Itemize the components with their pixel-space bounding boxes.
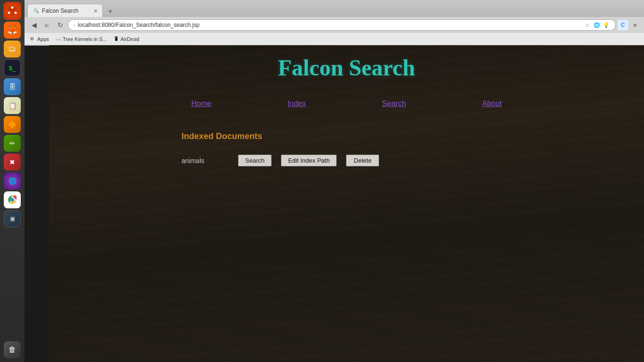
- ubuntu-icon[interactable]: [3, 2, 21, 14]
- browser-chrome: 🔍 Falcon Search × + ◀ ▶ ↻ ○ localhost:80…: [25, 0, 644, 14]
- linux-taskbar: 🦊 🗂 $_ 🗄 📋 🔶 ✏ ✖ 🌐 ▣ 🗑: [0, 0, 25, 14]
- tab-close-button[interactable]: ×: [94, 7, 98, 15]
- active-tab[interactable]: 🔍 Falcon Search ×: [27, 4, 103, 14]
- new-tab-button[interactable]: +: [105, 6, 116, 14]
- tab-title: Falcon Search: [42, 8, 91, 14]
- svg-point-2: [15, 12, 17, 14]
- svg-point-1: [11, 7, 14, 9]
- tab-bar: 🔍 Falcon Search × +: [25, 0, 644, 14]
- svg-point-3: [8, 12, 10, 14]
- tab-favicon: 🔍: [33, 8, 39, 14]
- browser-window: 🔍 Falcon Search × + ◀ ▶ ↻ ○ localhost:80…: [25, 0, 644, 14]
